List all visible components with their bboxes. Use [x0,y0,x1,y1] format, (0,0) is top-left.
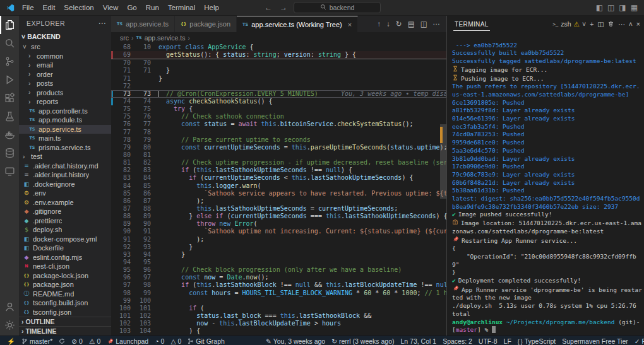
code-line[interactable]: 69 getStatus(): { status: string; versio… [111,51,446,59]
file-tsconfig.json[interactable]: {}tsconfig.json [19,308,111,317]
folder-order[interactable]: ›order [19,70,111,79]
code-line[interactable]: 9091 `Sathook uptime not increasing. Cur… [111,228,446,235]
file-package-lock.json[interactable]: {}package-lock.json [19,271,111,281]
toggle-secondary-sidebar-icon[interactable]: ◨ [619,3,626,12]
more-actions-icon[interactable]: ⋯ [433,20,441,28]
code-line[interactable]: 9293 } [111,243,446,251]
run-debug-icon[interactable] [0,71,19,89]
file-app.controller.ts[interactable]: TSapp.controller.ts [19,107,111,116]
menu-view[interactable]: View [98,4,123,11]
counter-b[interactable]: △0 [167,337,184,345]
code-line[interactable]: 72 [111,83,446,90]
settings-gear-icon[interactable] [0,316,19,334]
code-line[interactable]: 7575 try { [111,105,446,113]
code-line[interactable]: 104105 throw new Error( [111,335,446,336]
forward-arrow-icon[interactable]: → [278,3,289,12]
code-line[interactable]: 8990 throw new Error( [111,220,446,228]
terminal-shell-selector[interactable]: >_ zsh ⚠ ˅ [552,20,586,28]
file-docker-compose.yml[interactable]: ◧docker-compose.yml [19,235,111,244]
code-line[interactable]: 8081 [111,151,446,159]
code-line[interactable]: 8283 if (this.lastSathookUptimeSeconds !… [111,167,446,174]
code-line[interactable]: 8889 } else if (currentUptimeSeconds ===… [111,213,446,220]
account-icon[interactable] [0,298,19,316]
folder-common[interactable]: ›common [19,52,111,61]
toggle-panel-icon[interactable]: ◫ [607,3,614,12]
file-README.md[interactable]: ⓘREADME.md [19,289,111,299]
tab-app.service.ts[interactable]: TSapp.service.ts [111,16,175,32]
file-deploy.sh[interactable]: $deploy.sh [19,225,111,235]
file-tsconfig.build.json[interactable]: {}tsconfig.build.json [19,298,111,308]
file-.env[interactable]: ⚙.env [19,189,111,198]
split-editor-icon[interactable]: ◫ [420,20,427,28]
supermaven[interactable]: Supermaven Free Tier [559,337,631,345]
new-terminal-icon[interactable]: + [590,20,593,28]
close-icon[interactable]: × [348,21,352,28]
code-line[interactable]: 101102 status.last_block === this.lastSa… [111,312,446,320]
breadcrumb-item[interactable]: src [120,34,129,42]
problems-errors[interactable]: ⊘0 [68,337,86,345]
code-line[interactable]: 7576 // Check sathook connection [111,113,446,120]
source-control-icon[interactable] [0,52,19,71]
code-line[interactable]: 9899 const hours = HOURS_TIL_STALE_BLOCK… [111,289,446,297]
code-line[interactable]: 7879 // Parse current uptime to seconds [111,136,446,144]
editor-scrollbar[interactable] [440,44,446,336]
extensions-icon[interactable] [0,89,19,107]
file-package.json[interactable]: {}package.json [19,280,111,289]
code-line[interactable]: 7171 } [111,67,446,74]
blame-current[interactable]: ✎You, 3 weeks ago [263,337,328,345]
file-nest-cli.json[interactable]: Nnest-cli.json [19,262,111,271]
git-branch[interactable]: master* [18,337,56,345]
menu-terminal[interactable]: Terminal [164,4,200,11]
encoding[interactable]: UTF-8 [475,337,501,345]
code-line[interactable]: 71} [111,75,446,83]
menu-go[interactable]: Go [122,4,141,11]
code-line[interactable]: 100101 if ( [111,305,446,312]
code-line[interactable]: 6810export class AppService { [111,44,446,51]
code-line[interactable]: 8485 this.logger.warn( [111,182,446,190]
testing-icon[interactable] [0,107,19,126]
file-app.module.ts[interactable]: TSapp.module.ts [19,115,111,125]
file-main.ts[interactable]: TSmain.ts [19,134,111,143]
menu-selection[interactable]: Selection [59,4,98,11]
file-eslint.config.mjs[interactable]: ◆eslint.config.mjs [19,253,111,262]
file-prisma.service.ts[interactable]: TSprisma.service.ts [19,143,111,153]
indentation[interactable]: Spaces: 2 [439,337,475,345]
launchpad[interactable]: Launchpad [104,337,152,345]
section-outline[interactable]: ›OUTLINE [19,317,111,326]
prettier[interactable]: ✓Prettier [631,337,644,345]
close-panel-icon[interactable]: × [636,20,640,28]
eol[interactable]: LF [501,337,515,345]
file-app.service.ts[interactable]: TSapp.service.ts [19,125,111,134]
problems-warnings[interactable]: ⚠0 [86,337,104,345]
menu-edit[interactable]: Edit [39,4,60,11]
code-line[interactable]: 8182 // Check uptime progression - if up… [111,159,446,167]
code-line[interactable]: 99100 [111,297,446,305]
cursor-position[interactable]: Ln 73, Col 1 [398,337,440,345]
code-line[interactable]: 7677 const status = await this.bitcoinSe… [111,120,446,128]
file-.dockerignore[interactable]: ◧.dockerignore [19,180,111,189]
code-line[interactable]: 7980 const currentUptimeSeconds = this.p… [111,144,446,151]
file-.env.example[interactable]: ⚙.env.example [19,198,111,208]
open-file-icon[interactable]: ▤ [408,20,415,28]
breadcrumb-item[interactable]: app.service.ts [145,34,186,42]
workspace-section-header[interactable]: ˅ BACKEND [19,30,111,42]
discard-icon[interactable]: ↻ [396,20,402,28]
maximize-panel-icon[interactable]: ˄ [629,20,633,28]
code-line[interactable]: 9798 if (this.lastSathookBlock !== null … [111,281,446,289]
folder-posts[interactable]: ›posts [19,79,111,88]
tab-app.service.ts-(working-tree)[interactable]: TSapp.service.ts (Working Tree)× [237,16,358,32]
file-Dockerfile[interactable]: ◧Dockerfile [19,243,111,253]
code-line[interactable]: 9192 ); [111,236,446,243]
code-line[interactable]: 103104 ) { [111,327,446,335]
menu-help[interactable]: Help [200,4,224,11]
terminal-output[interactable]: ---> ea0bb75d5522Successfully built ea0b… [447,32,644,336]
folder-email[interactable]: ›email [19,61,111,70]
code-line[interactable]: 8586 `Sathook service appears to have re… [111,190,446,197]
previous-change-icon[interactable]: ↑ [378,20,381,28]
command-center-search[interactable]: backend [294,2,381,13]
code-line[interactable]: 9697 const now = Date.now(); [111,274,446,281]
code-line[interactable]: 7474 async checkSathookStatus() { [111,98,446,105]
database-icon[interactable] [0,144,19,162]
section-timeline[interactable]: ›TIMELINE [19,326,111,336]
file-.aider.chat.history.md[interactable]: ≡.aider.chat.history.md [19,161,111,171]
